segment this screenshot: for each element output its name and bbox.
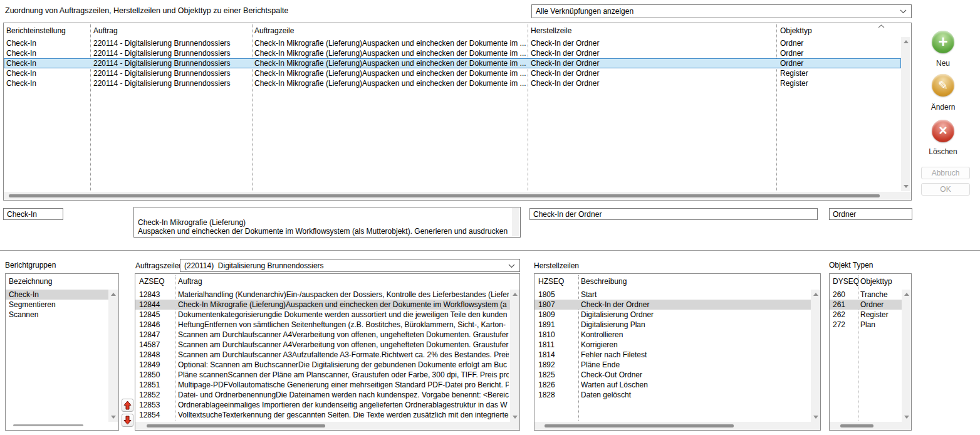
table-row[interactable]: Check-In 220114 - Digitalisierung Brunne… bbox=[4, 78, 901, 88]
cell-auftrag: Optional: Scannen am BuchscannerDie Digi… bbox=[178, 360, 509, 370]
table-row[interactable]: Check-In 220114 - Digitalisierung Brunne… bbox=[4, 68, 901, 78]
table-row[interactable]: 1807 Check-In der Ordner bbox=[534, 300, 811, 310]
column-header-auftragzeile[interactable]: Auftragzeile bbox=[254, 26, 294, 36]
table-row[interactable]: Check-In 220114 - Digitalisierung Brunne… bbox=[4, 58, 901, 68]
table-row[interactable]: 261 Ordner bbox=[830, 300, 902, 310]
red-arrow-up-icon bbox=[123, 401, 132, 410]
table-row[interactable]: 12847 Scannen am Durchlaufscanner A4Vera… bbox=[135, 330, 510, 340]
table-row[interactable]: 12845 Dokumentenkategorisierungdie Dokum… bbox=[135, 310, 510, 320]
cell-hzseq: 1814 bbox=[538, 350, 576, 360]
cell-azseq: 12843 bbox=[139, 290, 174, 300]
horizontal-scrollbar[interactable] bbox=[4, 192, 911, 200]
horizontal-scrollbar[interactable] bbox=[830, 422, 911, 430]
delete-button[interactable]: × bbox=[932, 120, 954, 142]
column-header-azseq[interactable]: AZSEQ bbox=[139, 276, 165, 286]
vertical-scrollbar[interactable] bbox=[901, 37, 910, 191]
table-row[interactable]: 12850 Pläne scannenScannen der Pläne am … bbox=[135, 370, 510, 380]
table-row[interactable]: 1826 Warten auf Löschen bbox=[534, 380, 811, 390]
table-row[interactable]: 260 Tranche bbox=[830, 290, 902, 300]
cell-berichteinstellung: Check-In bbox=[6, 78, 89, 88]
vertical-scrollbar[interactable] bbox=[811, 290, 820, 422]
scrollbar-thumb[interactable] bbox=[147, 424, 325, 427]
scroll-down-icon[interactable] bbox=[813, 416, 818, 419]
column-header-objekttyp[interactable]: Objekttyp bbox=[860, 276, 892, 286]
cell-auftragzeile: Check-In Mikrografie (Lieferung)Auspacke… bbox=[254, 38, 528, 48]
vertical-scrollbar[interactable] bbox=[510, 290, 519, 422]
column-header-auftrag[interactable]: Auftrag bbox=[93, 26, 118, 36]
list-item[interactable]: Scannen bbox=[6, 310, 108, 320]
table-row[interactable]: 14587 Scannen am Durchlaufscanner A4Vera… bbox=[135, 340, 510, 350]
table-row[interactable]: 12844 Check-In Mikrografie (Lieferung)Au… bbox=[135, 300, 510, 310]
table-row[interactable]: 12854 VolltextsucheTexterkennung der ges… bbox=[135, 410, 510, 420]
scroll-up-icon[interactable] bbox=[904, 40, 909, 43]
scrollbar-thumb[interactable] bbox=[840, 424, 873, 427]
vertical-scrollbar[interactable] bbox=[902, 290, 911, 422]
cell-beschreibung: Daten gelöscht bbox=[581, 390, 809, 400]
table-row[interactable]: 1811 Korrigieren bbox=[534, 340, 811, 350]
column-header-objekttyp[interactable]: Objekttyp bbox=[780, 26, 812, 36]
table-row[interactable]: Check-In 220114 - Digitalisierung Brunne… bbox=[4, 48, 901, 58]
herstellzeile-field[interactable] bbox=[529, 208, 818, 220]
edit-button-label: Ändern bbox=[918, 103, 968, 112]
auftragzeile-textbox[interactable]: Check-In Mikrografie (Lieferung) Auspack… bbox=[133, 207, 521, 238]
scroll-up-icon[interactable] bbox=[513, 293, 518, 296]
column-header-dyseq[interactable]: DYSEQ bbox=[833, 276, 859, 286]
table-row[interactable]: 1809 Digitalisierung Ordner bbox=[534, 310, 811, 320]
scroll-up-icon[interactable] bbox=[904, 293, 909, 296]
scroll-down-icon[interactable] bbox=[904, 416, 909, 419]
delete-button-label: Löschen bbox=[918, 147, 968, 156]
scroll-down-icon[interactable] bbox=[513, 416, 518, 419]
cell-hzseq: 1811 bbox=[538, 340, 576, 350]
scrollbar-thumb[interactable] bbox=[9, 194, 880, 197]
column-header-herstellzeile[interactable]: Herstellzeile bbox=[531, 26, 571, 36]
scroll-up-icon[interactable] bbox=[813, 293, 818, 296]
list-item[interactable]: Check-In bbox=[6, 290, 108, 300]
column-header-hzseq[interactable]: HZSEQ bbox=[538, 276, 564, 286]
table-row[interactable]: 1892 Pläne Ende bbox=[534, 360, 811, 370]
edit-button[interactable]: ✎ bbox=[932, 74, 954, 97]
move-down-button[interactable] bbox=[122, 414, 133, 427]
horizontal-scrollbar[interactable] bbox=[534, 422, 820, 430]
column-header-auftrag[interactable]: Auftrag bbox=[178, 276, 202, 286]
table-row[interactable]: 12848 Scannen am Durchlaufscanner A3Aufz… bbox=[135, 350, 510, 360]
table-row[interactable]: 1814 Fehler nach Filetest bbox=[534, 350, 811, 360]
table-row[interactable]: 1810 Kontrollieren bbox=[534, 330, 811, 340]
table-row[interactable]: 262 Register bbox=[830, 310, 902, 320]
cell-auftrag: Ordnerablageeinmaliges Importieren der k… bbox=[178, 400, 509, 410]
table-row[interactable]: 1828 Daten gelöscht bbox=[534, 390, 811, 400]
horizontal-scrollbar[interactable] bbox=[135, 422, 519, 430]
column-header-beschreibung[interactable]: Beschreibung bbox=[581, 276, 627, 286]
scroll-up-icon[interactable] bbox=[111, 293, 116, 296]
cancel-button[interactable]: Abbruch bbox=[921, 167, 970, 179]
table-row[interactable]: 1891 Digitalisierung Plan bbox=[534, 320, 811, 330]
table-row[interactable]: 12846 HeftungEntfernen von sämtlichen Se… bbox=[135, 320, 510, 330]
vertical-scrollbar[interactable] bbox=[108, 290, 118, 422]
cell-azseq: 14587 bbox=[139, 340, 174, 350]
column-header-berichteinstellung[interactable]: Berichteinstellung bbox=[6, 26, 66, 36]
table-row[interactable]: 12849 Optional: Scannen am BuchscannerDi… bbox=[135, 360, 510, 370]
textbox-scrollbar[interactable] bbox=[512, 208, 519, 236]
berichteinstellung-field[interactable] bbox=[3, 208, 63, 220]
table-row[interactable]: 12851 Multipage-PDFVollautomatische Gene… bbox=[135, 380, 510, 390]
table-row[interactable]: 1805 Start bbox=[534, 290, 811, 300]
section-divider bbox=[0, 250, 980, 251]
scroll-down-icon[interactable] bbox=[111, 416, 116, 419]
table-row[interactable]: 272 Plan bbox=[830, 320, 902, 330]
scrollbar-thumb[interactable] bbox=[545, 424, 734, 427]
column-header-bezeichnung[interactable]: Bezeichnung bbox=[9, 276, 52, 286]
table-row[interactable]: 12843 Materialhandling (Kundenarchiv)Ein… bbox=[135, 290, 510, 300]
scroll-down-icon[interactable] bbox=[904, 185, 909, 188]
horizontal-scrollbar[interactable] bbox=[6, 422, 118, 430]
list-item[interactable]: Segmentieren bbox=[6, 300, 108, 310]
table-row[interactable]: 1825 Check-Out Ordner bbox=[534, 370, 811, 380]
filter-combobox[interactable]: Alle Verknüpfungen anzeigen bbox=[531, 4, 912, 18]
scrollbar-thumb[interactable] bbox=[13, 424, 83, 426]
new-button[interactable]: + bbox=[932, 31, 954, 53]
move-up-button[interactable] bbox=[122, 399, 133, 412]
auftrag-combobox[interactable]: (220114) Digitalisierung Brunnendossiers bbox=[180, 259, 520, 272]
ok-button[interactable]: OK bbox=[921, 183, 970, 196]
table-row[interactable]: 12853 Ordnerablageeinmaliges Importieren… bbox=[135, 400, 510, 410]
table-row[interactable]: 12852 Datei- und OrdnerbenennungDie Date… bbox=[135, 390, 510, 400]
objekttyp-field[interactable] bbox=[829, 208, 912, 220]
table-row[interactable]: Check-In 220114 - Digitalisierung Brunne… bbox=[4, 38, 901, 48]
